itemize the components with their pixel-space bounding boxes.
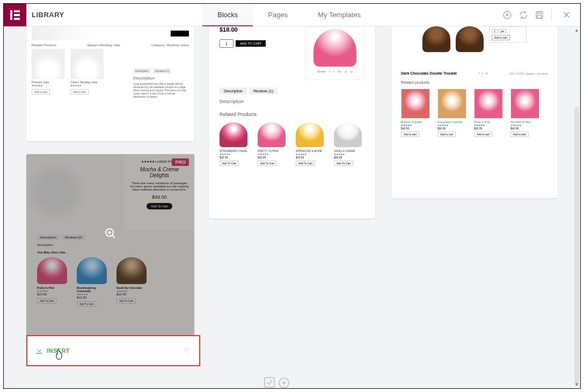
sync-icon[interactable] bbox=[519, 11, 528, 19]
svg-rect-0 bbox=[10, 10, 12, 20]
insert-bar: INSERT ♡ bbox=[26, 335, 200, 366]
related-label: Related Products bbox=[220, 112, 364, 117]
preview-image bbox=[32, 26, 96, 40]
template-card[interactable]: 1▴▾ Add to cart Dark Chocolate Double Tr… bbox=[391, 26, 558, 198]
cake-image bbox=[70, 49, 104, 79]
library-modal: LIBRARY Blocks Pages My Templates ✕ Rela… bbox=[3, 3, 581, 389]
price-label: $12.00 bbox=[258, 156, 288, 159]
price-label: $10.00 bbox=[510, 127, 542, 130]
facebook-icon: f bbox=[479, 71, 480, 75]
related-label: Related products bbox=[401, 81, 548, 84]
template-card[interactable]: Related Products Elegant Wedding Cake Ca… bbox=[26, 26, 194, 141]
twitter-icon: t bbox=[482, 71, 483, 75]
social-icons: ft✉ bbox=[479, 71, 487, 75]
cake-image bbox=[32, 49, 65, 79]
google-icon: G+ bbox=[337, 70, 341, 74]
scroll-down-icon[interactable]: ▼ bbox=[574, 382, 579, 387]
elementor-logo-icon bbox=[4, 4, 26, 26]
insert-button[interactable]: INSERT bbox=[47, 347, 70, 354]
cupcake-image bbox=[474, 89, 503, 119]
library-title: LIBRARY bbox=[32, 11, 64, 19]
template-card[interactable]: $18.00 ADD TO CART ShareftG+p✉ Descripti… bbox=[209, 26, 375, 219]
pinterest-icon: p bbox=[345, 70, 347, 74]
product-image: ShareftG+p✉ bbox=[305, 26, 364, 80]
description-body: Long established fact that a reader will… bbox=[133, 82, 187, 98]
price-label: $10.00 bbox=[401, 127, 432, 130]
product-thumb: PRETTY IN PINK★★★★★$12.00Add To Cart bbox=[258, 122, 288, 166]
product-thumb: VANILLA CREME★★★★★$12.00Add To Cart bbox=[334, 122, 364, 166]
add-to-cart-button: Add To Cart bbox=[258, 161, 277, 166]
tab-description: Description bbox=[133, 68, 151, 74]
price-label: $12.00 bbox=[334, 156, 364, 159]
add-to-cart-button bbox=[171, 31, 189, 37]
download-icon[interactable] bbox=[36, 347, 42, 354]
add-to-cart-button: Add to cart bbox=[510, 132, 529, 137]
header-actions: ✕ bbox=[503, 4, 574, 26]
product-thumb: Princess Cake ★★★★★ Add to cart bbox=[32, 49, 65, 95]
add-to-cart-button: ADD TO CART bbox=[236, 40, 266, 47]
scroll-thumb[interactable] bbox=[574, 107, 579, 386]
add-to-cart-button: Add to cart bbox=[32, 89, 50, 95]
svg-rect-7 bbox=[537, 16, 542, 18]
add-to-cart-button: Add to cart bbox=[70, 89, 89, 95]
description-title: Description bbox=[220, 99, 364, 104]
scroll-up-icon[interactable]: ▲ bbox=[574, 27, 579, 33]
description-title: Description bbox=[133, 76, 187, 81]
brand-label: Elegant Wedding Cake bbox=[87, 43, 120, 47]
product-thumb: Sprinkles & More★★★★★$10.00Add to cart bbox=[510, 89, 542, 137]
svg-rect-2 bbox=[14, 14, 20, 16]
save-icon[interactable] bbox=[535, 11, 544, 19]
quantity-value: 1 bbox=[492, 29, 498, 33]
sku-label: SKU: DC45 bbox=[510, 72, 524, 75]
add-to-cart-button: Add To Cart bbox=[220, 161, 239, 166]
add-to-cart-button: Add to cart bbox=[474, 132, 492, 137]
cupcake-image bbox=[437, 89, 466, 119]
tab-my-templates[interactable]: My Templates bbox=[303, 4, 376, 26]
cupcake-image bbox=[220, 122, 247, 147]
tab-reviews: Reviews (1) bbox=[153, 68, 171, 74]
scrollbar[interactable]: ▲ ▼ bbox=[574, 26, 580, 388]
product-thumb: Birthday Cupcake★★★★★$10.00Add to cart bbox=[401, 89, 432, 137]
svg-rect-9 bbox=[265, 378, 274, 387]
library-tabs: Blocks Pages My Templates bbox=[202, 4, 376, 26]
favorite-icon[interactable]: ♡ bbox=[184, 346, 191, 355]
add-to-cart-button: Add To Cart bbox=[296, 161, 315, 166]
tab-reviews: Reviews (1) bbox=[249, 88, 278, 95]
price-label: $18.00 bbox=[220, 26, 266, 33]
related-label: Related Products bbox=[32, 43, 56, 47]
zoom-icon[interactable] bbox=[105, 228, 116, 239]
svg-rect-1 bbox=[14, 10, 20, 12]
cupcake-image bbox=[296, 122, 324, 147]
cupcake-image bbox=[334, 122, 362, 147]
category-label: Category: cupcakes bbox=[524, 72, 548, 75]
cupcake-image bbox=[510, 89, 539, 119]
stepper-icon: ▴▾ bbox=[499, 29, 506, 33]
close-icon[interactable]: ✕ bbox=[559, 9, 574, 21]
price-label: $10.00 bbox=[474, 127, 505, 130]
import-icon[interactable] bbox=[503, 11, 512, 19]
tab-blocks[interactable]: Blocks bbox=[202, 4, 253, 26]
product-thumb: Sweetheart Cupcake★★★★★$10.00Add to cart bbox=[437, 89, 469, 137]
mail-icon: ✉ bbox=[485, 71, 488, 75]
star-icon: ★★★★★ bbox=[70, 84, 104, 87]
twitter-icon: t bbox=[333, 70, 334, 74]
cupcake-image bbox=[313, 29, 356, 67]
add-to-cart-button: Add to cart bbox=[401, 132, 419, 137]
add-to-cart-button: Add to cart bbox=[492, 35, 510, 40]
tab-pages[interactable]: Pages bbox=[253, 4, 303, 26]
divider bbox=[551, 9, 552, 21]
hover-overlay bbox=[26, 154, 194, 343]
library-header: LIBRARY Blocks Pages My Templates ✕ bbox=[4, 4, 580, 26]
template-card-hovered[interactable]: PRO ★★★★★ LOREM IPSUM Mocha & Creme Deli… bbox=[26, 154, 194, 343]
template-preview: Related Products Elegant Wedding Cake Ca… bbox=[26, 26, 194, 100]
quantity-input bbox=[220, 39, 233, 48]
tab-description: Description bbox=[220, 88, 247, 95]
price-label: $10.00 bbox=[437, 127, 469, 130]
price-label: $12.00 bbox=[220, 156, 250, 159]
product-title: Dark Chocolate Double Trouble bbox=[401, 71, 457, 75]
cupcake-image bbox=[422, 26, 450, 52]
buy-box: 1▴▾ Add to cart bbox=[489, 26, 527, 43]
svg-rect-6 bbox=[538, 12, 541, 14]
star-icon: ★★★★★ bbox=[32, 84, 65, 87]
product-thumb: Classic Wedding Cake ★★★★★ Add to cart bbox=[70, 49, 104, 95]
